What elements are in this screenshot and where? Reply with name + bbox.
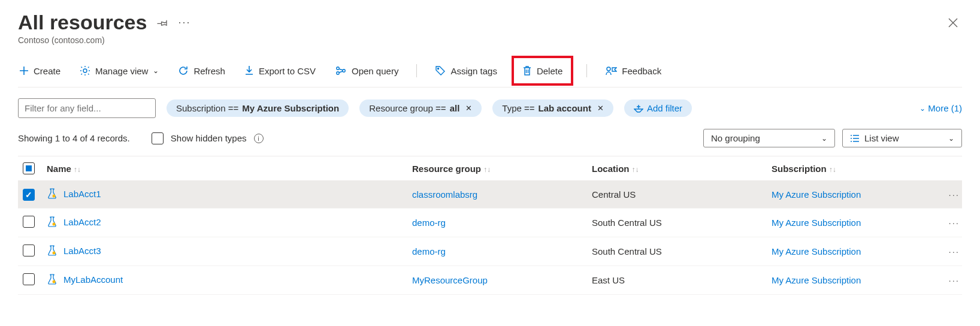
row-checkbox[interactable] [23, 244, 35, 256]
svg-point-9 [53, 280, 56, 283]
row-checkbox[interactable] [23, 273, 35, 285]
location-text: East US [592, 275, 625, 285]
separator [586, 64, 587, 77]
separator [416, 64, 417, 77]
filter-row: Subscription == My Azure Subscription Re… [18, 87, 962, 126]
close-icon[interactable]: ✕ [465, 104, 472, 113]
row-menu-button[interactable]: ··· [932, 237, 962, 266]
assign-tags-label: Assign tags [450, 66, 497, 76]
close-icon[interactable]: ✕ [597, 104, 604, 113]
subscription-link[interactable]: My Azure Subscription [772, 275, 861, 285]
table-row: LabAcct3 demo-rg South Central US My Azu… [18, 237, 962, 266]
open-query-button[interactable]: Open query [334, 64, 400, 79]
resource-group-link[interactable]: demo-rg [412, 218, 446, 228]
svg-point-1 [337, 67, 339, 70]
resource-group-link[interactable]: MyResourceGroup [412, 275, 488, 285]
resource-group-link[interactable]: classroomlabsrg [412, 189, 477, 200]
delete-button[interactable]: Delete [521, 63, 564, 79]
row-menu-button[interactable]: ··· [932, 266, 962, 295]
svg-point-7 [53, 223, 56, 226]
close-icon[interactable] [944, 14, 962, 32]
manage-view-button[interactable]: Manage view ⌄ [78, 63, 160, 79]
export-csv-button[interactable]: Export to CSV [243, 63, 317, 79]
delete-highlight: Delete [512, 56, 573, 86]
location-text: South Central US [592, 218, 662, 228]
location-text: South Central US [592, 246, 662, 256]
assign-tags-button[interactable]: Assign tags [434, 63, 498, 79]
more-icon[interactable]: ··· [178, 16, 190, 29]
col-label: Resource group [412, 164, 481, 174]
info-icon[interactable]: i [254, 134, 264, 143]
chevron-down-icon: ⌄ [919, 104, 925, 113]
select-all-checkbox[interactable] [23, 162, 35, 174]
show-hidden-checkbox[interactable] [152, 132, 164, 144]
sort-icon: ↑↓ [74, 165, 81, 174]
column-header-subscription[interactable]: Subscription↑↓ [767, 156, 932, 181]
subscription-link[interactable]: My Azure Subscription [772, 189, 861, 200]
resource-group-link[interactable]: demo-rg [412, 246, 446, 256]
create-label: Create [34, 66, 61, 76]
more-label: More (1) [928, 103, 962, 113]
add-filter-label: Add filter [647, 103, 682, 113]
col-label: Name [47, 164, 71, 174]
table-row: LabAcct1 classroomlabsrg Central US My A… [18, 181, 962, 209]
view-mode-dropdown[interactable]: List view ⌄ [842, 129, 962, 147]
svg-point-3 [343, 70, 345, 72]
row-menu-button[interactable]: ··· [932, 209, 962, 237]
refresh-label: Refresh [193, 66, 225, 76]
grouping-dropdown[interactable]: No grouping ⌄ [703, 129, 835, 147]
grouping-value: No grouping [711, 133, 760, 143]
resource-name-link[interactable]: MyLabAccount [63, 274, 123, 285]
resource-name-link[interactable]: LabAcct3 [63, 246, 101, 256]
manage-view-label: Manage view [95, 66, 148, 76]
filter-pill-type[interactable]: Type == Lab account ✕ [492, 99, 613, 117]
chevron-down-icon: ⌄ [948, 134, 954, 143]
more-filters-link[interactable]: ⌄ More (1) [919, 103, 962, 113]
open-query-label: Open query [352, 66, 398, 76]
row-checkbox[interactable] [23, 216, 35, 228]
subscription-link[interactable]: My Azure Subscription [772, 218, 861, 228]
chevron-down-icon: ⌄ [821, 134, 827, 143]
pill-prefix: Subscription == [176, 103, 238, 113]
subscription-link[interactable]: My Azure Subscription [772, 246, 861, 256]
sort-icon: ↑↓ [632, 165, 639, 174]
column-header-resource-group[interactable]: Resource group↑↓ [407, 156, 587, 181]
resource-table: Name↑↓ Resource group↑↓ Location↑↓ Subsc… [18, 156, 962, 295]
pill-value: Lab account [539, 103, 591, 113]
row-menu-button[interactable]: ··· [932, 181, 962, 209]
command-bar: Create Manage view ⌄ Refresh Export to C… [18, 52, 962, 87]
pill-value: all [450, 103, 460, 113]
show-hidden-label: Show hidden types [171, 133, 247, 143]
row-checkbox[interactable] [23, 189, 35, 201]
filter-pill-resource-group[interactable]: Resource group == all ✕ [359, 99, 482, 117]
sort-icon: ↑↓ [483, 165, 491, 174]
pin-icon[interactable] [156, 17, 168, 29]
page-title: All resources [18, 11, 147, 34]
location-text: Central US [592, 189, 636, 200]
column-header-name[interactable]: Name↑↓ [42, 156, 407, 181]
chevron-down-icon: ⌄ [153, 67, 159, 75]
svg-point-5 [607, 67, 610, 71]
list-icon [850, 134, 860, 143]
add-filter-button[interactable]: Add filter [624, 99, 692, 117]
column-header-location[interactable]: Location↑↓ [587, 156, 767, 181]
col-label: Location [592, 164, 630, 174]
svg-point-2 [337, 72, 339, 74]
lab-account-icon [47, 274, 58, 285]
create-button[interactable]: Create [18, 64, 62, 79]
filter-pill-subscription[interactable]: Subscription == My Azure Subscription [167, 99, 349, 117]
svg-point-8 [53, 252, 56, 255]
lab-account-icon [47, 188, 58, 199]
feedback-button[interactable]: Feedback [604, 63, 663, 79]
svg-point-0 [83, 69, 87, 73]
svg-point-6 [53, 195, 56, 198]
feedback-label: Feedback [622, 66, 661, 76]
resource-name-link[interactable]: LabAcct2 [63, 217, 101, 227]
record-count: Showing 1 to 4 of 4 records. [18, 133, 130, 143]
resource-name-link[interactable]: LabAcct1 [63, 189, 101, 199]
filter-input[interactable] [18, 98, 156, 118]
delete-label: Delete [537, 66, 562, 76]
tenant-subtitle: Contoso (contoso.com) [18, 35, 962, 45]
refresh-button[interactable]: Refresh [177, 63, 226, 79]
lab-account-icon [47, 245, 58, 256]
